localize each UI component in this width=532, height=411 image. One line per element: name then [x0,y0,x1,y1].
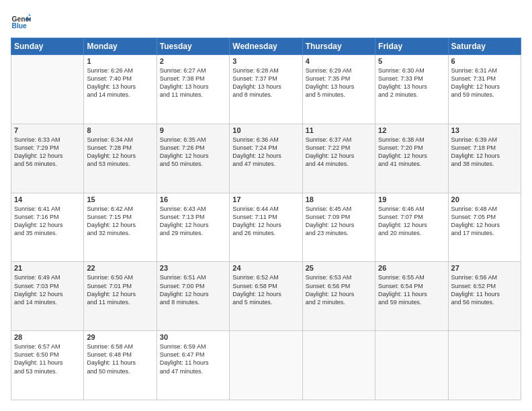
calendar-cell: 20Sunrise: 6:48 AM Sunset: 7:05 PM Dayli… [448,193,521,262]
day-info: Sunrise: 6:48 AM Sunset: 7:05 PM Dayligh… [451,205,518,238]
day-number: 15 [87,195,153,203]
calendar-week-row: 14Sunrise: 6:41 AM Sunset: 7:16 PM Dayli… [11,193,521,262]
calendar-cell: 22Sunrise: 6:50 AM Sunset: 7:01 PM Dayli… [84,262,157,331]
calendar-cell: 6Sunrise: 6:31 AM Sunset: 7:31 PM Daylig… [448,55,521,124]
day-number: 24 [232,264,299,272]
day-number: 16 [160,195,226,203]
weekday-header: Sunday [11,38,84,55]
day-number: 17 [232,195,299,203]
day-info: Sunrise: 6:52 AM Sunset: 6:58 PM Dayligh… [232,273,299,306]
day-number: 2 [160,57,226,65]
day-info: Sunrise: 6:56 AM Sunset: 6:52 PM Dayligh… [451,273,518,306]
calendar-cell: 4Sunrise: 6:29 AM Sunset: 7:35 PM Daylig… [302,55,375,124]
calendar-cell: 2Sunrise: 6:27 AM Sunset: 7:38 PM Daylig… [157,55,229,124]
logo: General Blue [11,11,32,31]
calendar-cell [375,331,448,400]
calendar-cell [302,331,375,400]
day-info: Sunrise: 6:55 AM Sunset: 6:54 PM Dayligh… [378,273,445,306]
calendar-cell [11,55,84,124]
day-number: 7 [14,126,81,134]
calendar-week-row: 21Sunrise: 6:49 AM Sunset: 7:03 PM Dayli… [11,262,521,331]
calendar-cell: 18Sunrise: 6:45 AM Sunset: 7:09 PM Dayli… [302,193,375,262]
svg-text:Blue: Blue [12,22,28,30]
calendar-cell: 16Sunrise: 6:43 AM Sunset: 7:13 PM Dayli… [157,193,229,262]
calendar-week-row: 28Sunrise: 6:57 AM Sunset: 6:50 PM Dayli… [11,331,521,400]
calendar-table: SundayMondayTuesdayWednesdayThursdayFrid… [11,38,521,400]
day-number: 4 [306,57,372,65]
day-number: 12 [378,126,445,134]
day-info: Sunrise: 6:34 AM Sunset: 7:28 PM Dayligh… [87,136,153,169]
day-number: 22 [87,264,153,272]
day-info: Sunrise: 6:59 AM Sunset: 6:47 PM Dayligh… [160,342,226,375]
calendar-cell: 15Sunrise: 6:42 AM Sunset: 7:15 PM Dayli… [84,193,157,262]
weekday-header: Tuesday [157,38,229,55]
calendar-cell: 23Sunrise: 6:51 AM Sunset: 7:00 PM Dayli… [157,262,229,331]
calendar-cell: 24Sunrise: 6:52 AM Sunset: 6:58 PM Dayli… [230,262,302,331]
calendar-week-row: 7Sunrise: 6:33 AM Sunset: 7:29 PM Daylig… [11,124,521,193]
weekday-header: Monday [84,38,157,55]
day-number: 26 [378,264,445,272]
day-number: 9 [160,126,226,134]
calendar-cell: 13Sunrise: 6:39 AM Sunset: 7:18 PM Dayli… [448,124,521,193]
day-number: 19 [378,195,445,203]
day-info: Sunrise: 6:28 AM Sunset: 7:37 PM Dayligh… [232,66,299,99]
day-number: 29 [87,333,153,341]
day-number: 23 [160,264,226,272]
day-number: 5 [378,57,445,65]
day-info: Sunrise: 6:44 AM Sunset: 7:11 PM Dayligh… [232,205,299,238]
day-number: 13 [451,126,518,134]
calendar-cell: 10Sunrise: 6:36 AM Sunset: 7:24 PM Dayli… [230,124,302,193]
day-info: Sunrise: 6:49 AM Sunset: 7:03 PM Dayligh… [14,273,81,306]
day-number: 11 [306,126,372,134]
calendar-week-row: 1Sunrise: 6:26 AM Sunset: 7:40 PM Daylig… [11,55,521,124]
day-number: 25 [306,264,372,272]
day-info: Sunrise: 6:41 AM Sunset: 7:16 PM Dayligh… [14,205,81,238]
calendar-cell: 5Sunrise: 6:30 AM Sunset: 7:33 PM Daylig… [375,55,448,124]
calendar-cell [448,331,521,400]
day-info: Sunrise: 6:45 AM Sunset: 7:09 PM Dayligh… [306,205,372,238]
calendar-cell: 17Sunrise: 6:44 AM Sunset: 7:11 PM Dayli… [230,193,302,262]
day-info: Sunrise: 6:50 AM Sunset: 7:01 PM Dayligh… [87,273,153,306]
day-number: 18 [306,195,372,203]
day-info: Sunrise: 6:58 AM Sunset: 6:48 PM Dayligh… [87,342,153,375]
calendar-cell: 11Sunrise: 6:37 AM Sunset: 7:22 PM Dayli… [302,124,375,193]
day-number: 30 [160,333,226,341]
day-number: 3 [232,57,299,65]
calendar-cell: 8Sunrise: 6:34 AM Sunset: 7:28 PM Daylig… [84,124,157,193]
day-info: Sunrise: 6:43 AM Sunset: 7:13 PM Dayligh… [160,205,226,238]
day-number: 14 [14,195,81,203]
day-number: 27 [451,264,518,272]
calendar-cell: 26Sunrise: 6:55 AM Sunset: 6:54 PM Dayli… [375,262,448,331]
calendar-cell: 27Sunrise: 6:56 AM Sunset: 6:52 PM Dayli… [448,262,521,331]
weekday-header: Thursday [302,38,375,55]
day-info: Sunrise: 6:29 AM Sunset: 7:35 PM Dayligh… [306,66,372,99]
logo-icon: General Blue [11,11,31,31]
calendar-cell: 7Sunrise: 6:33 AM Sunset: 7:29 PM Daylig… [11,124,84,193]
day-info: Sunrise: 6:42 AM Sunset: 7:15 PM Dayligh… [87,205,153,238]
calendar-cell [230,331,302,400]
calendar-cell: 29Sunrise: 6:58 AM Sunset: 6:48 PM Dayli… [84,331,157,400]
day-info: Sunrise: 6:30 AM Sunset: 7:33 PM Dayligh… [378,66,445,99]
page: General Blue SundayMondayTuesdayWednesda… [0,0,532,411]
day-info: Sunrise: 6:53 AM Sunset: 6:56 PM Dayligh… [306,273,372,306]
day-info: Sunrise: 6:33 AM Sunset: 7:29 PM Dayligh… [14,136,81,169]
day-info: Sunrise: 6:37 AM Sunset: 7:22 PM Dayligh… [306,136,372,169]
day-info: Sunrise: 6:51 AM Sunset: 7:00 PM Dayligh… [160,273,226,306]
calendar-cell: 30Sunrise: 6:59 AM Sunset: 6:47 PM Dayli… [157,331,229,400]
day-info: Sunrise: 6:39 AM Sunset: 7:18 PM Dayligh… [451,136,518,169]
calendar-cell: 28Sunrise: 6:57 AM Sunset: 6:50 PM Dayli… [11,331,84,400]
day-info: Sunrise: 6:57 AM Sunset: 6:50 PM Dayligh… [14,342,81,375]
calendar-cell: 25Sunrise: 6:53 AM Sunset: 6:56 PM Dayli… [302,262,375,331]
header: General Blue [11,11,521,31]
day-info: Sunrise: 6:27 AM Sunset: 7:38 PM Dayligh… [160,66,226,99]
weekday-header: Wednesday [230,38,302,55]
day-info: Sunrise: 6:46 AM Sunset: 7:07 PM Dayligh… [378,205,445,238]
day-number: 6 [451,57,518,65]
weekday-header: Friday [375,38,448,55]
calendar-cell: 19Sunrise: 6:46 AM Sunset: 7:07 PM Dayli… [375,193,448,262]
calendar-cell: 3Sunrise: 6:28 AM Sunset: 7:37 PM Daylig… [230,55,302,124]
day-number: 28 [14,333,81,341]
day-info: Sunrise: 6:35 AM Sunset: 7:26 PM Dayligh… [160,136,226,169]
calendar-cell: 9Sunrise: 6:35 AM Sunset: 7:26 PM Daylig… [157,124,229,193]
day-number: 1 [87,57,153,65]
